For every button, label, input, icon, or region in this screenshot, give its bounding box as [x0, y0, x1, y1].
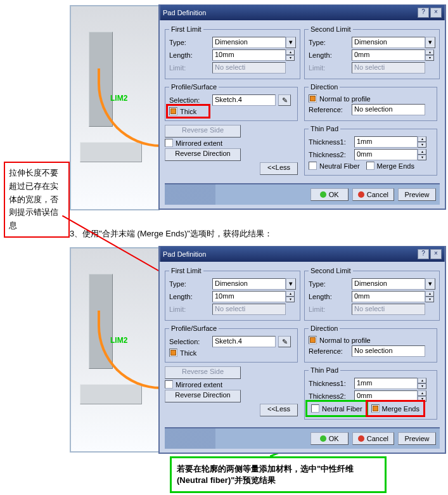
close-icon[interactable]: ×: [430, 249, 442, 259]
chevron-down-icon[interactable]: ▾: [425, 278, 435, 290]
selection-field[interactable]: Sketch.4: [212, 94, 276, 106]
thick-label: Thick: [180, 108, 196, 115]
spin-up-icon[interactable]: ▴: [425, 291, 434, 297]
thickness1-field[interactable]: 1mm: [354, 378, 418, 389]
neutral-fiber-checkbox[interactable]: [311, 404, 319, 413]
spin-down-icon[interactable]: ▾: [286, 297, 295, 302]
thickness2-field[interactable]: 0mm: [354, 149, 418, 160]
profile-group: Profile/Surface Selection: Sketch.4 ✎ Th…: [165, 325, 298, 363]
type-combo[interactable]: Dimension: [352, 37, 425, 48]
normal-label: Normal to profile: [319, 337, 371, 344]
length-field[interactable]: 10mm: [212, 49, 286, 61]
type-combo[interactable]: Dimension: [212, 278, 286, 290]
cancel-button[interactable]: Cancel: [352, 432, 394, 445]
pad-definition-dialog-2: Pad Definition ? × First Limit Type: Dim…: [158, 246, 446, 454]
limit-field: No selecti: [352, 304, 425, 315]
type-combo[interactable]: Dimension: [352, 278, 425, 290]
sketch-icon[interactable]: ✎: [278, 336, 291, 347]
reference-field[interactable]: No selection: [352, 104, 425, 115]
spin-up-icon[interactable]: ▴: [286, 291, 295, 297]
first-limit-group: First Limit Type: Dimension▾ Length: 10m…: [165, 25, 300, 79]
thin-pad-group: Thin Pad Thickness1: 1mm▴▾ Thickness2: 0…: [304, 125, 437, 176]
thickness1-label: Thickness1:: [309, 380, 354, 387]
merge-ends-checkbox[interactable]: [371, 404, 380, 413]
arc-profile: [98, 68, 161, 147]
less-button[interactable]: <<Less: [260, 162, 298, 175]
less-button[interactable]: <<Less: [260, 404, 298, 416]
cancel-icon: [358, 435, 364, 442]
length-field[interactable]: 0mm: [352, 49, 425, 61]
spin-down-icon[interactable]: ▾: [418, 142, 426, 148]
spin-down-icon[interactable]: ▾: [425, 55, 434, 61]
reference-field[interactable]: No selection: [352, 345, 425, 357]
preview-button[interactable]: Preview: [398, 432, 436, 445]
length-field[interactable]: 10mm: [212, 291, 286, 302]
thickness2-field[interactable]: 0mm: [354, 390, 418, 402]
merge-ends-label: Merge Ends: [377, 162, 414, 170]
mirrored-label: Mirrored extent: [176, 139, 222, 147]
length-field[interactable]: 0mm: [352, 291, 425, 302]
dialog-title: Pad Definition: [163, 250, 207, 258]
spin-up-icon[interactable]: ▴: [418, 136, 426, 142]
help-icon[interactable]: ?: [418, 249, 429, 259]
type-label: Type:: [309, 39, 352, 46]
ok-button[interactable]: OK: [310, 188, 349, 201]
mirrored-checkbox[interactable]: [165, 139, 173, 147]
preview-button[interactable]: Preview: [398, 188, 436, 201]
cancel-button[interactable]: Cancel: [352, 188, 394, 201]
thin-pad-group: Thin Pad Thickness1: 1mm▴▾ Thickness2: 0…: [304, 366, 437, 420]
reverse-side-button: Reverse Side: [165, 366, 241, 379]
ok-button[interactable]: OK: [310, 432, 349, 445]
spin-up-icon[interactable]: ▴: [286, 49, 295, 55]
sketch-icon[interactable]: ✎: [278, 94, 291, 106]
spin-down-icon[interactable]: ▾: [418, 396, 426, 402]
limit-label: Limit:: [169, 305, 212, 313]
thick-checkbox[interactable]: [169, 107, 177, 115]
thick-checkbox[interactable]: [169, 349, 177, 357]
length-label: Length:: [309, 51, 352, 59]
help-icon[interactable]: ?: [418, 8, 429, 18]
thickness1-field[interactable]: 1mm: [354, 136, 418, 148]
neutral-fiber-label: Neutral Fiber: [319, 162, 360, 170]
limit-label: Limit:: [309, 64, 352, 72]
spin-down-icon[interactable]: ▾: [425, 297, 434, 302]
direction-legend: Direction: [309, 325, 340, 332]
thick-label: Thick: [180, 349, 196, 357]
profile-legend: Profile/Surface: [169, 325, 219, 332]
normal-checkbox[interactable]: [309, 94, 317, 103]
spin-down-icon[interactable]: ▾: [418, 383, 426, 389]
spin-up-icon[interactable]: ▴: [418, 149, 426, 155]
reverse-side-button: Reverse Side: [165, 125, 241, 138]
direction-legend: Direction: [309, 83, 340, 91]
reverse-direction-button[interactable]: Reverse Direction: [165, 390, 241, 402]
titlebar[interactable]: Pad Definition ? ×: [160, 246, 445, 262]
merge-ends-checkbox[interactable]: [366, 162, 374, 170]
close-icon[interactable]: ×: [430, 8, 442, 18]
first-limit-group: First Limit Type: Dimension▾ Length: 10m…: [165, 267, 300, 321]
type-combo[interactable]: Dimension: [212, 37, 286, 48]
chevron-down-icon[interactable]: ▾: [425, 37, 435, 48]
neutral-fiber-checkbox[interactable]: [309, 162, 317, 170]
selection-field[interactable]: Sketch.4: [212, 336, 276, 347]
reverse-direction-button[interactable]: Reverse Direction: [165, 148, 241, 161]
chevron-down-icon[interactable]: ▾: [286, 278, 296, 290]
spin-down-icon[interactable]: ▾: [418, 155, 426, 160]
caption-3: 3、使用"合并末端 (Merge Ends)"选项时，获得此结果：: [70, 228, 272, 240]
thin-pad-legend: Thin Pad: [309, 366, 340, 374]
spin-down-icon[interactable]: ▾: [286, 55, 295, 61]
second-limit-group: Second Limit Type: Dimension▾ Length: 0m…: [304, 267, 440, 321]
profile-group: Profile/Surface Selection: Sketch.4 ✎ Th…: [165, 83, 298, 121]
thickness1-label: Thickness1:: [309, 138, 354, 146]
normal-checkbox[interactable]: [309, 336, 317, 344]
titlebar[interactable]: Pad Definition ? ×: [160, 4, 445, 20]
neutral-fiber-label: Neutral Fiber: [322, 405, 362, 413]
limit-field: No selecti: [352, 62, 425, 74]
solid-horizontal: [80, 142, 142, 162]
ok-icon: [320, 191, 326, 198]
spin-up-icon[interactable]: ▴: [425, 49, 434, 55]
spin-up-icon[interactable]: ▴: [418, 390, 426, 396]
mirrored-checkbox[interactable]: [165, 380, 173, 389]
spin-up-icon[interactable]: ▴: [418, 378, 426, 383]
chevron-down-icon[interactable]: ▾: [286, 37, 296, 48]
cancel-icon: [358, 191, 364, 198]
